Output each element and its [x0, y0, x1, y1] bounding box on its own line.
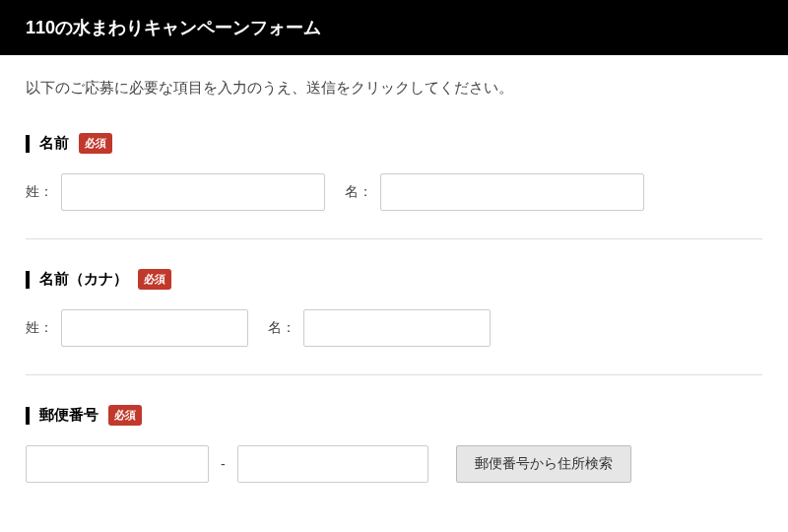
section-zip: 郵便番号 必須 - 郵便番号から住所検索: [26, 405, 762, 495]
input-mei[interactable]: [380, 173, 644, 211]
zip-separator: -: [221, 456, 226, 472]
section-bar-icon: [26, 271, 30, 289]
required-badge: 必須: [138, 269, 171, 290]
input-kana-mei[interactable]: [303, 309, 491, 347]
label-mei: 名：: [345, 183, 372, 201]
required-badge: 必須: [79, 133, 112, 154]
input-zip-2[interactable]: [237, 445, 428, 483]
input-kana-sei[interactable]: [61, 309, 248, 347]
instruction-text: 以下のご応募に必要な項目を入力のうえ、送信をクリックしてください。: [26, 79, 762, 98]
section-title-kana: 名前（カナ）: [39, 270, 128, 289]
input-zip-1[interactable]: [26, 445, 209, 483]
page-title: 110の水まわりキャンペーンフォーム: [26, 18, 321, 37]
section-header-zip: 郵便番号 必須: [26, 405, 762, 426]
label-sei: 姓：: [26, 183, 53, 201]
kana-row: 姓： 名：: [26, 309, 762, 347]
section-bar-icon: [26, 407, 30, 425]
label-kana-mei: 名：: [268, 319, 296, 337]
section-name: 名前 必須 姓： 名：: [26, 133, 762, 239]
zip-row: - 郵便番号から住所検索: [26, 445, 762, 483]
section-kana: 名前（カナ） 必須 姓： 名：: [26, 269, 762, 375]
section-title-name: 名前: [39, 134, 69, 153]
section-header-name: 名前 必須: [26, 133, 762, 154]
form-content: 以下のご応募に必要な項目を入力のうえ、送信をクリックしてください。 名前 必須 …: [0, 55, 788, 495]
section-header-kana: 名前（カナ） 必須: [26, 269, 762, 290]
zip-search-button[interactable]: 郵便番号から住所検索: [456, 445, 631, 483]
page-header: 110の水まわりキャンペーンフォーム: [0, 0, 788, 55]
required-badge: 必須: [108, 405, 142, 426]
section-bar-icon: [26, 135, 30, 153]
section-title-zip: 郵便番号: [39, 406, 98, 425]
name-row: 姓： 名：: [26, 173, 762, 211]
label-kana-sei: 姓：: [26, 319, 53, 337]
input-sei[interactable]: [61, 173, 325, 211]
